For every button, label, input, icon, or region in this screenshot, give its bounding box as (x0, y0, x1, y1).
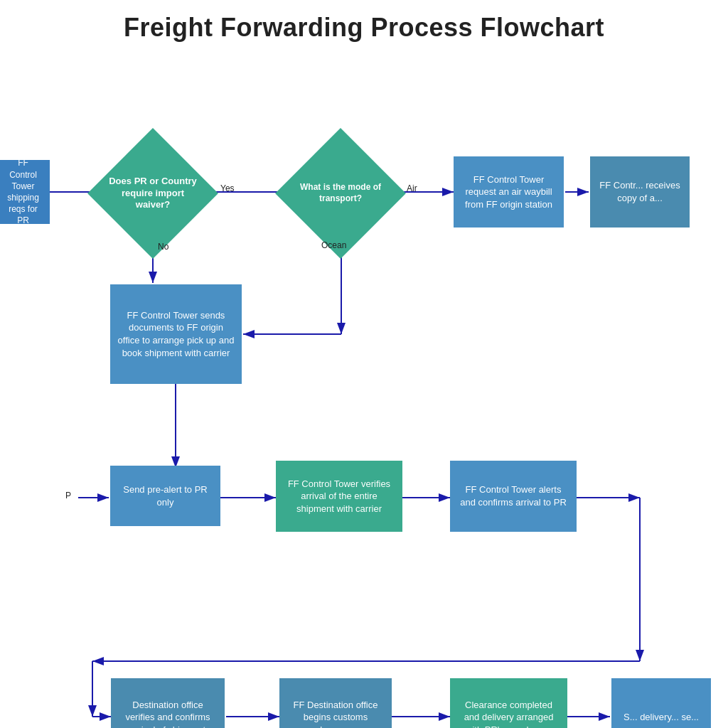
box-ff-dest-customs: FF Destination office begins customs cle… (279, 678, 392, 728)
flowchart-area: FF Control Tower shipping reqs for PR Do… (0, 50, 728, 725)
box-clearance: Clearance completed and delivery arrange… (450, 678, 567, 728)
page-title: Freight Forwarding Process Flowchart (0, 0, 728, 50)
label-ocean: Ocean (321, 240, 346, 250)
box-pr-tower: FF Control Tower shipping reqs for PR (0, 160, 50, 224)
box-alerts-pr: FF Control Tower alerts and confirms arr… (450, 461, 577, 532)
label-no: No (158, 242, 168, 252)
box-delivery: S... delivery... se... (611, 678, 711, 728)
label-yes: Yes (220, 183, 235, 193)
box-pre-alert: Send pre-alert to PR only (110, 466, 220, 526)
box-ff-sends: FF Control Tower sends documents to FF o… (110, 284, 242, 384)
diamond1-text: Does PR or Country require import waiver… (105, 146, 200, 241)
box-verifies-arrival: FF Control Tower verifies arrival of the… (276, 461, 402, 532)
box-dest-verifies: Destination office verifies and confirms… (111, 678, 225, 728)
diamond1-wrap: Does PR or Country require import waiver… (105, 146, 200, 241)
box-air-waybill: FF Control Tower request an air waybill … (454, 156, 564, 228)
diamond2-text: What is the mode of transport? (293, 146, 388, 241)
diamond2-wrap: What is the mode of transport? (293, 146, 388, 241)
label-air: Air (407, 183, 417, 193)
box-ff-control-copy: FF Contr... receives copy of a... (590, 156, 690, 228)
label-p: P (65, 491, 71, 500)
